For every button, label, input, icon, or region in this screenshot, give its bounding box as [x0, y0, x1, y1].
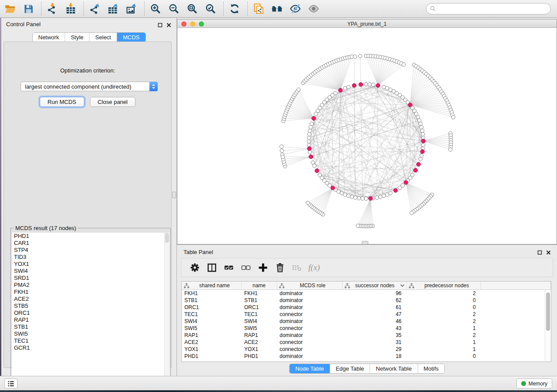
zoom-out-icon — [168, 3, 180, 14]
add-plus-button[interactable] — [256, 260, 270, 275]
table-row[interactable]: YOX1YOX1connector291 — [182, 346, 545, 353]
mcds-result-item[interactable]: RAP1 — [12, 316, 164, 323]
export-image-button[interactable] — [125, 2, 138, 16]
table-row[interactable]: ACE2ACE2connector311 — [182, 339, 545, 346]
mcds-result-item[interactable]: ORC1 — [12, 309, 164, 316]
mcds-result-item[interactable]: TID3 — [12, 254, 164, 261]
table-row[interactable]: SWI4SWI4dominator462 — [182, 318, 545, 325]
zoom-out-button[interactable] — [167, 2, 180, 16]
mcds-result-item[interactable]: ACE2 — [12, 296, 164, 303]
table-cell: 29 — [343, 346, 407, 353]
network-canvas[interactable] — [177, 28, 557, 244]
table-row[interactable]: SWI5SWI5connector431 — [182, 325, 545, 332]
column-layout-button[interactable] — [204, 260, 219, 275]
memory-button[interactable]: Memory — [516, 378, 552, 389]
column-label: predecessor nodes — [415, 282, 479, 289]
import-table-button[interactable] — [64, 2, 77, 16]
toolbar-separator — [247, 2, 248, 16]
search-input[interactable] — [439, 4, 550, 13]
mcds-result-item[interactable]: GCR1 — [12, 344, 164, 351]
export-network-button[interactable] — [88, 2, 101, 16]
table-row[interactable]: TEC1TEC1connector472 — [182, 311, 545, 318]
select-all-icon — [224, 262, 234, 273]
hide-selected-button[interactable] — [289, 2, 302, 16]
run-mcds-button[interactable]: Run MCDS — [40, 97, 84, 107]
show-all-button[interactable] — [307, 2, 320, 16]
column-header-name[interactable]: name — [242, 282, 277, 289]
criterion-select[interactable]: largest connected component (undirected) — [21, 82, 158, 91]
mcds-result-item[interactable]: STB1 — [12, 323, 164, 330]
org-chart-icon — [344, 283, 350, 289]
table-cell: YOX1 — [182, 346, 242, 353]
zoom-in-button[interactable] — [149, 2, 162, 16]
close-table-panel-icon[interactable] — [546, 249, 551, 257]
import-network-icon — [47, 3, 58, 14]
table-tab-network-table[interactable]: Network Table — [370, 364, 417, 373]
node-table-body: FKH1FKH1dominator962STB1STB1dominator620… — [182, 290, 545, 361]
table-row[interactable]: PHD1PHD1dominator180 — [182, 353, 545, 360]
save-button[interactable] — [22, 2, 35, 16]
copy-network-button[interactable] — [252, 2, 265, 16]
mcds-result-item[interactable]: TEC1 — [12, 337, 164, 344]
mcds-result-item[interactable]: SWI4 — [12, 268, 164, 275]
settings-gear-button[interactable] — [187, 260, 202, 275]
mcds-result-item[interactable]: SWI5 — [12, 330, 164, 337]
table-cell: SWI5 — [182, 325, 242, 332]
table-tab-edge-table[interactable]: Edge Table — [329, 364, 370, 373]
select-all-button[interactable] — [221, 260, 236, 275]
network-graph[interactable] — [177, 28, 557, 244]
tab-network[interactable]: Network — [32, 33, 65, 42]
table-tab-node-table[interactable]: Node Table — [290, 364, 330, 373]
zoom-fit-button[interactable] — [186, 2, 199, 16]
tab-select[interactable]: Select — [89, 33, 117, 42]
first-neighbors-button[interactable] — [270, 2, 284, 16]
mcds-result-list[interactable]: PHD1CAR1STP4TID3YOX1SWI4SRD1PMA2FKH1ACE2… — [12, 233, 164, 389]
deselect-all-button[interactable] — [239, 260, 253, 275]
table-row[interactable]: STB1STB1dominator620 — [182, 297, 545, 304]
export-table-button[interactable] — [107, 2, 120, 16]
mcds-result-item[interactable]: STP4 — [12, 247, 164, 254]
task-history-button[interactable] — [4, 378, 17, 389]
column-header-MCDS-role[interactable]: MCDS role — [277, 282, 343, 289]
mcds-result-scrollbar[interactable] — [164, 233, 170, 389]
control-panel-tabs: NetworkStyleSelectMCDS — [32, 32, 145, 42]
import-network-button[interactable] — [46, 2, 59, 16]
refresh-button[interactable] — [228, 2, 241, 16]
column-header-predecessor-nodes[interactable]: predecessor nodes — [407, 282, 481, 289]
column-header-shared-name[interactable]: shared name — [182, 282, 242, 289]
float-table-panel-icon[interactable] — [537, 249, 542, 257]
float-panel-icon[interactable] — [158, 21, 163, 29]
table-row[interactable]: RAP1RAP1dominator352 — [182, 332, 545, 339]
close-panel-icon[interactable] — [166, 21, 171, 29]
mcds-result-item[interactable]: PHD1 — [12, 233, 164, 240]
table-cell: PHD1 — [242, 353, 277, 360]
mcds-result-item[interactable]: CAR1 — [12, 240, 164, 247]
mcds-result-item[interactable]: SRD1 — [12, 275, 164, 282]
delete-table-icon — [292, 262, 302, 273]
table-cell: FKH1 — [242, 290, 277, 297]
close-panel-button[interactable]: Close panel — [90, 97, 136, 107]
column-label: name — [243, 282, 275, 289]
mcds-result-item[interactable]: YOX1 — [12, 261, 164, 268]
table-row[interactable]: ORC1ORC1dominator610 — [182, 304, 545, 311]
table-cell: 35 — [343, 332, 407, 339]
column-header-successor-nodes[interactable]: successor nodes — [343, 282, 407, 289]
vertical-splitter-handle[interactable] — [172, 192, 176, 198]
refresh-icon — [229, 3, 240, 14]
table-scrollbar[interactable] — [545, 290, 551, 361]
network-window-titlebar[interactable]: YPA_prune.txt_1 — [177, 20, 557, 28]
mcds-result-item[interactable]: FKH1 — [12, 289, 164, 296]
tab-style[interactable]: Style — [65, 33, 89, 42]
delete-trash-button[interactable] — [273, 260, 287, 275]
mcds-result-item[interactable]: PMA2 — [12, 282, 164, 289]
horizontal-splitter-handle[interactable] — [362, 241, 368, 244]
export-image-icon — [126, 3, 137, 14]
mcds-result-item[interactable]: STB5 — [12, 303, 164, 309]
tab-mcds[interactable]: MCDS — [117, 33, 145, 42]
table-cell: ACE2 — [242, 339, 277, 346]
zoom-selected-button[interactable] — [204, 2, 217, 16]
table-tab-motifs[interactable]: Motifs — [417, 364, 444, 373]
open-folder-button[interactable] — [3, 2, 17, 16]
table-row[interactable]: FKH1FKH1dominator962 — [182, 290, 545, 297]
org-chart-icon — [408, 283, 415, 289]
